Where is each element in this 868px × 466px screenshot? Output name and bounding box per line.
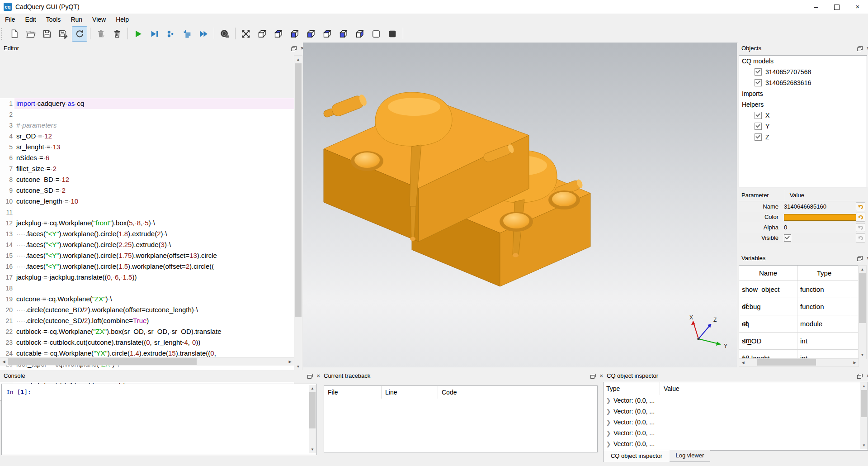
tree-item-helper-x[interactable]: X bbox=[739, 110, 867, 121]
visible-checkbox[interactable] bbox=[784, 234, 791, 242]
delete-clean-button[interactable] bbox=[93, 26, 108, 42]
view-front-button[interactable] bbox=[303, 26, 319, 42]
tree-item-model[interactable]: 3140652707568 bbox=[739, 67, 867, 77]
console-output[interactable]: In [1]: ▲ ▼ bbox=[1, 384, 317, 455]
scroll-down-arrow[interactable]: ▼ bbox=[294, 363, 302, 371]
view-back-button[interactable] bbox=[320, 26, 335, 42]
scroll-down-arrow[interactable]: ▼ bbox=[859, 351, 866, 359]
close-panel-icon[interactable]: × bbox=[316, 370, 320, 382]
menu-help[interactable]: Help bbox=[111, 14, 134, 25]
debug-button[interactable] bbox=[147, 26, 162, 42]
new-file-button[interactable] bbox=[7, 26, 22, 42]
variable-row[interactable]: show_objectfunction<f bbox=[739, 281, 859, 298]
reset-property-button[interactable] bbox=[856, 233, 865, 243]
inspector-row[interactable]: ❯Vector: (0.0, ... bbox=[604, 428, 868, 438]
toolbar-drag-handle[interactable] bbox=[1, 28, 5, 40]
helper-checkbox[interactable] bbox=[755, 112, 762, 119]
expand-chevron-icon[interactable]: ❯ bbox=[604, 428, 613, 439]
expand-chevron-icon[interactable]: ❯ bbox=[604, 417, 613, 428]
expand-chevron-icon[interactable]: ❯ bbox=[604, 439, 613, 450]
tree-group-helpers[interactable]: Helpers bbox=[739, 99, 867, 110]
view-bottom-button[interactable] bbox=[287, 26, 302, 42]
open-file-button[interactable] bbox=[23, 26, 38, 42]
expand-chevron-icon[interactable]: ❯ bbox=[604, 395, 613, 406]
float-panel-icon[interactable] bbox=[307, 374, 313, 379]
view-right-button[interactable] bbox=[352, 26, 368, 42]
tab-cq-object-inspector[interactable]: CQ object inspector bbox=[603, 450, 670, 462]
render-run-button[interactable] bbox=[131, 26, 146, 42]
close-panel-icon[interactable]: × bbox=[866, 43, 868, 54]
scroll-down-arrow[interactable]: ▼ bbox=[309, 446, 316, 453]
scroll-up-arrow[interactable]: ▲ bbox=[294, 56, 302, 63]
menu-file[interactable]: File bbox=[0, 14, 20, 25]
menu-tools[interactable]: Tools bbox=[41, 14, 66, 25]
shaded-mode-button[interactable] bbox=[385, 26, 400, 42]
fit-view-button[interactable] bbox=[238, 26, 254, 42]
tree-group-imports[interactable]: Imports bbox=[739, 88, 867, 99]
model-checkbox[interactable] bbox=[755, 79, 762, 86]
delete-button[interactable] bbox=[109, 26, 125, 42]
color-swatch[interactable] bbox=[784, 214, 857, 221]
scroll-right-arrow[interactable]: ▶ bbox=[851, 359, 859, 366]
tab-log-viewer[interactable]: Log viewer bbox=[670, 450, 710, 462]
variable-row[interactable]: cqmodule<m bbox=[739, 315, 859, 332]
float-panel-icon[interactable] bbox=[857, 46, 863, 51]
console-vscrollbar[interactable]: ▲ ▼ bbox=[309, 385, 316, 453]
scroll-left-arrow[interactable]: ◀ bbox=[739, 359, 747, 366]
float-panel-icon[interactable] bbox=[857, 374, 863, 379]
float-panel-icon[interactable] bbox=[291, 46, 297, 51]
editor-hscrollbar[interactable]: ◀ ▶ bbox=[0, 357, 294, 366]
menu-view[interactable]: View bbox=[87, 14, 111, 25]
save-button[interactable] bbox=[39, 26, 55, 42]
continue-button[interactable] bbox=[196, 26, 211, 42]
code-editor[interactable]: 1import·cadquery·as·cq23#·parameters4sr_… bbox=[0, 98, 294, 401]
variables-vscrollbar[interactable]: ▲ ▼ bbox=[858, 265, 867, 359]
float-panel-icon[interactable] bbox=[590, 374, 596, 379]
view-left-button[interactable] bbox=[336, 26, 351, 42]
save-as-button[interactable] bbox=[56, 26, 71, 42]
reload-button[interactable] bbox=[72, 26, 87, 42]
screenshot-button[interactable] bbox=[217, 26, 232, 42]
inspector-row[interactable]: ❯Vector: (0.0, ... bbox=[604, 438, 868, 449]
reset-property-button[interactable] bbox=[856, 213, 865, 222]
tree-item-helper-z[interactable]: Z bbox=[739, 132, 867, 143]
variable-row[interactable]: debugfunction<f bbox=[739, 298, 859, 315]
menu-edit[interactable]: Edit bbox=[20, 14, 41, 25]
scroll-left-arrow[interactable]: ◀ bbox=[0, 358, 8, 366]
helper-checkbox[interactable] bbox=[755, 123, 762, 130]
maximize-button[interactable] bbox=[826, 0, 847, 14]
scroll-down-arrow[interactable]: ▼ bbox=[860, 442, 868, 449]
variables-hscrollbar[interactable]: ◀ ▶ bbox=[739, 358, 859, 367]
step-stack-button[interactable] bbox=[179, 26, 195, 42]
helper-checkbox[interactable] bbox=[755, 133, 762, 141]
wireframe-mode-button[interactable] bbox=[368, 26, 384, 42]
close-panel-icon[interactable]: × bbox=[866, 370, 868, 382]
reset-property-button[interactable] bbox=[856, 223, 865, 232]
float-panel-icon[interactable] bbox=[857, 256, 863, 261]
variable-row[interactable]: sr_ODint12 bbox=[739, 332, 859, 349]
model-checkbox[interactable] bbox=[755, 68, 762, 76]
viewport-3d[interactable]: X Z Y bbox=[303, 43, 737, 367]
tree-group-cq-models[interactable]: CQ models bbox=[739, 56, 867, 67]
inspector-row[interactable]: ❯Vector: (0.0, ... bbox=[604, 406, 868, 417]
editor-vscrollbar[interactable]: ▲ ▼ bbox=[294, 55, 302, 371]
tree-item-model[interactable]: 3140652683616 bbox=[739, 77, 867, 88]
view-top-button[interactable] bbox=[271, 26, 286, 42]
scroll-up-arrow[interactable]: ▲ bbox=[859, 266, 866, 273]
tree-item-helper-y[interactable]: Y bbox=[739, 121, 867, 132]
variable-row[interactable]: sr_lenghtint13 bbox=[739, 349, 859, 359]
inspector-row[interactable]: ❯Vector: (0.0, ... bbox=[604, 417, 868, 428]
scroll-right-arrow[interactable]: ▶ bbox=[286, 358, 294, 366]
expand-chevron-icon[interactable]: ❯ bbox=[604, 406, 613, 417]
view-iso-button[interactable] bbox=[255, 26, 270, 42]
minimize-button[interactable]: – bbox=[806, 0, 826, 14]
close-panel-icon[interactable]: × bbox=[866, 252, 868, 264]
close-panel-icon[interactable]: × bbox=[599, 370, 603, 382]
scroll-up-arrow[interactable]: ▲ bbox=[309, 385, 316, 392]
inspector-vscrollbar[interactable]: ▲ ▼ bbox=[860, 382, 868, 449]
reset-property-button[interactable] bbox=[856, 202, 865, 211]
toggle-breakpoints-button[interactable] bbox=[163, 26, 179, 42]
menu-run[interactable]: Run bbox=[66, 14, 87, 25]
scroll-up-arrow[interactable]: ▲ bbox=[860, 382, 868, 390]
close-button[interactable]: × bbox=[847, 0, 868, 14]
